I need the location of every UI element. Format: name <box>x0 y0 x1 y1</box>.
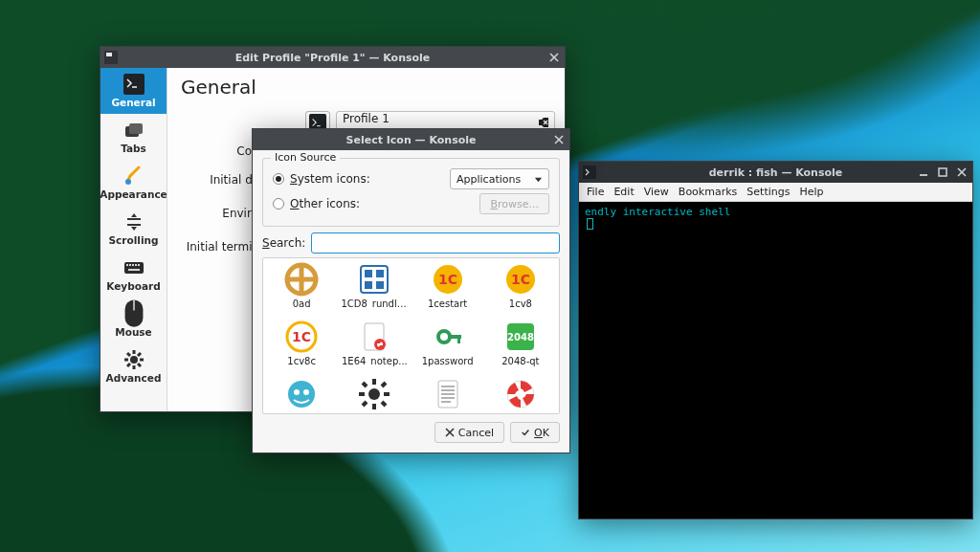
sidebar-item-scrolling[interactable]: Scrolling <box>100 206 167 252</box>
app-icon <box>284 377 319 411</box>
app-icon: 1C <box>503 262 538 297</box>
window-app-icon <box>104 51 118 64</box>
terminal-titlebar[interactable]: derrik : fish — Konsole <box>579 162 972 183</box>
app-icon <box>503 377 538 411</box>
page-title: General <box>181 76 555 99</box>
sidebar-item-advanced[interactable]: Advanced <box>100 343 167 389</box>
icon-label: 0ad <box>293 298 311 309</box>
terminal-icon <box>123 74 145 95</box>
menu-edit[interactable]: Edit <box>613 186 634 198</box>
icon-item-2048qt[interactable]: 2048 2048-qt <box>484 320 557 377</box>
icon-item-1cestart[interactable]: 1C 1cestart <box>412 262 484 320</box>
svg-line-69 <box>363 383 367 386</box>
menu-help[interactable]: Help <box>799 186 823 198</box>
icon-item-notepad[interactable]: 1E64_notep... <box>338 320 411 377</box>
system-icons-radio[interactable] <box>273 173 284 185</box>
icon-grid[interactable]: 0ad 1CD8_rundll... 1C 1cestart 1C 1cv8 1… <box>262 257 560 414</box>
profile-name-value: Profile 1 <box>343 112 390 125</box>
sidebar-item-appearance[interactable]: Appearance <box>100 160 167 206</box>
menu-file[interactable]: File <box>587 186 604 198</box>
icon-item-road[interactable]: 2064-road-o... <box>265 377 338 414</box>
svg-line-70 <box>382 402 386 406</box>
system-icons-label: System icons: <box>290 172 370 186</box>
sidebar-item-label: General <box>111 97 155 108</box>
svg-rect-82 <box>583 166 596 179</box>
icon-item-msiex[interactable]: 2402_msiex... <box>338 377 411 414</box>
check-icon <box>521 428 530 437</box>
svg-rect-18 <box>138 264 140 266</box>
sidebar-item-label: Scrolling <box>109 234 159 246</box>
terminal-welcome-line: endly interactive shell <box>585 206 730 218</box>
svg-line-30 <box>127 364 130 366</box>
icon-item-rundll[interactable]: 1CD8_rundll... <box>338 262 411 320</box>
svg-text:1C: 1C <box>292 329 311 344</box>
terminal-content[interactable]: endly interactive shell <box>579 202 972 519</box>
icon-label: 1CD8_rundll... <box>341 298 408 309</box>
svg-rect-42 <box>365 270 372 277</box>
icon-label: 2048-qt <box>501 356 539 366</box>
svg-marker-11 <box>131 213 137 217</box>
svg-rect-1 <box>106 53 112 56</box>
close-icon[interactable] <box>547 51 561 64</box>
svg-line-27 <box>127 353 130 356</box>
terminal-menubar: File Edit View Bookmarks Settings Help <box>579 183 972 202</box>
close-icon[interactable] <box>552 133 566 146</box>
menu-bookmarks[interactable]: Bookmarks <box>679 186 737 198</box>
icon-label: 1E64_notep... <box>342 356 408 366</box>
menu-settings[interactable]: Settings <box>746 186 790 198</box>
select-icon-title: Select Icon — Konsole <box>346 134 477 146</box>
app-icon <box>431 320 465 354</box>
menu-view[interactable]: View <box>644 186 669 198</box>
sidebar-item-keyboard[interactable]: Keyboard <box>100 252 167 298</box>
svg-rect-14 <box>126 264 128 266</box>
svg-rect-58 <box>457 335 460 343</box>
sidebar-item-general[interactable]: General <box>100 68 167 114</box>
cancel-label: Cancel <box>458 427 494 439</box>
search-input[interactable] <box>311 232 560 254</box>
icon-item-1cv8[interactable]: 1C 1cv8 <box>484 262 557 320</box>
svg-line-72 <box>363 402 367 406</box>
sidebar-item-mouse[interactable]: Mouse <box>100 298 167 343</box>
app-icon <box>357 262 391 297</box>
svg-rect-19 <box>128 269 140 271</box>
maximize-icon[interactable] <box>936 166 949 179</box>
svg-point-8 <box>125 179 131 185</box>
app-icon <box>357 320 391 354</box>
close-icon <box>445 428 455 437</box>
other-icons-label: Other icons: <box>290 197 360 210</box>
svg-rect-4 <box>123 74 145 95</box>
select-icon-dialog: Select Icon — Konsole Icon Source System… <box>252 128 570 453</box>
icon-item-wordp[interactable]: 2E54_wordp... <box>412 377 484 414</box>
svg-line-28 <box>138 364 141 366</box>
konsole-terminal-window: derrik : fish — Konsole File Edit View B… <box>578 161 973 519</box>
icon-category-combo[interactable]: Applications <box>450 168 549 189</box>
ok-button[interactable]: OK <box>510 422 560 443</box>
app-icon <box>284 262 319 297</box>
close-icon[interactable] <box>955 166 969 179</box>
window-app-icon <box>583 166 596 179</box>
cancel-button[interactable]: Cancel <box>434 422 504 443</box>
svg-line-29 <box>138 353 141 356</box>
mouse-icon <box>123 303 145 324</box>
svg-text:1C: 1C <box>511 272 530 287</box>
clear-icon[interactable] <box>537 116 550 129</box>
svg-rect-13 <box>124 262 144 274</box>
edit-profile-title: Edit Profile "Profile 1" — Konsole <box>235 52 431 64</box>
minimize-icon[interactable] <box>917 166 930 179</box>
edit-profile-titlebar[interactable]: Edit Profile "Profile 1" — Konsole <box>100 47 565 68</box>
ok-label: OK <box>534 427 549 439</box>
other-icons-radio[interactable] <box>273 198 284 210</box>
icon-item-winhlp[interactable]: 4137_winhlp... <box>484 377 557 414</box>
svg-text:2048: 2048 <box>507 332 534 342</box>
icon-label: 1cv8 <box>509 298 532 309</box>
sidebar-item-tabs[interactable]: Tabs <box>100 114 167 160</box>
browse-button: Browse... <box>479 193 549 214</box>
icon-item-1cv8c[interactable]: 1C 1cv8c <box>265 320 338 377</box>
icon-label: 1cv8c <box>287 356 316 366</box>
svg-rect-45 <box>376 281 384 289</box>
search-label: Search: <box>262 236 305 250</box>
sidebar-item-label: Mouse <box>115 326 152 338</box>
select-icon-titlebar[interactable]: Select Icon — Konsole <box>253 129 569 150</box>
icon-item-1password[interactable]: 1password <box>412 320 484 377</box>
icon-item-0ad[interactable]: 0ad <box>265 262 338 320</box>
